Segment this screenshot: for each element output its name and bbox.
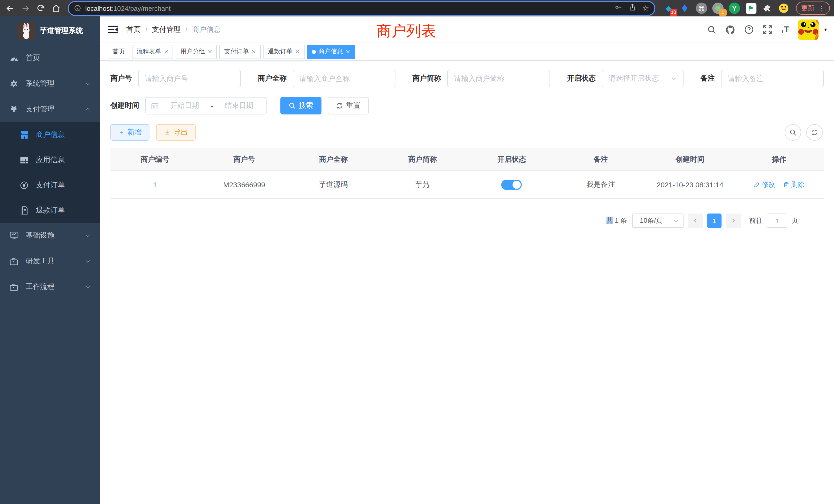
add-button[interactable]: ＋ 新增 (110, 124, 150, 141)
tab-merchant-info-active[interactable]: 商户信息 × (307, 44, 355, 59)
kebab-menu-icon[interactable]: ⋮ (818, 4, 825, 12)
font-size-icon[interactable]: тT (781, 25, 789, 34)
sidebar-item-payment[interactable]: ¥ 支付管理 (0, 96, 100, 122)
status-select[interactable]: 请选择开启状态 (602, 70, 683, 87)
sidebar-item-merchant-info[interactable]: 商户信息 (0, 122, 100, 147)
merchant-no-label: 商户号 (110, 74, 132, 83)
url-host: localhost (85, 4, 112, 12)
recorder-extension-icon[interactable]: 1 (712, 2, 724, 14)
tab-home[interactable]: 首页 (108, 44, 129, 59)
sidebar-item-app-info[interactable]: 应用信息 (0, 147, 100, 173)
delete-link[interactable]: 删除 (783, 180, 804, 189)
prev-page-button[interactable] (688, 213, 703, 228)
reset-button[interactable]: 重置 (328, 97, 369, 114)
browser-forward-icon[interactable] (18, 1, 33, 16)
share-icon[interactable] (628, 3, 636, 13)
cell-id: 1 (110, 171, 199, 198)
command-extension-icon[interactable]: ⌘ (695, 2, 708, 14)
goto-page-input[interactable] (767, 213, 787, 228)
table-toolbar: ＋ 新增 导出 (110, 124, 824, 141)
create-time-range-picker[interactable]: 开始日期 - 结束日期 (145, 97, 266, 114)
tab-pay-order[interactable]: 支付订单 × (220, 44, 261, 59)
sidebar-toggle-icon[interactable] (100, 17, 125, 43)
gem-extension-icon[interactable]: ◆ (679, 2, 691, 14)
extensions-puzzle-icon[interactable] (761, 2, 773, 14)
pencil-icon (754, 181, 760, 188)
toggle-search-button[interactable] (785, 124, 801, 141)
password-key-icon[interactable] (614, 3, 622, 13)
page-size-select[interactable]: 10条/页 (632, 213, 683, 228)
sidebar-item-refund-order[interactable]: 退款订单 (0, 198, 100, 223)
url-text: localhost:1024/pay/merchant (85, 4, 610, 12)
translate-extension-icon[interactable]: ◆ 10 (662, 2, 675, 14)
browser-update-menu[interactable]: 更新 ⋮ (796, 2, 830, 15)
bookmark-star-icon[interactable]: ☆ (642, 4, 649, 13)
refresh-table-button[interactable] (806, 124, 823, 141)
fullscreen-icon[interactable] (763, 25, 772, 35)
sidebar-item-system[interactable]: 系统管理 (0, 71, 100, 96)
sidebar-item-workflow[interactable]: 工作流程 (0, 274, 100, 300)
pagination-total: 共 1 条 (606, 216, 627, 225)
remark-input[interactable] (721, 70, 824, 87)
dashboard-icon (9, 54, 19, 62)
sidebar-item-infrastructure[interactable]: 基础设施 (0, 223, 100, 248)
status-toggle-on[interactable] (502, 179, 522, 190)
breadcrumb-current: 商户信息 (192, 25, 221, 34)
filter-form-row-2: 创建时间 开始日期 - 结束日期 搜索 重置 (110, 97, 824, 114)
close-icon[interactable]: × (164, 48, 169, 55)
export-button[interactable]: 导出 (156, 124, 196, 141)
screenshot-stage: localhost:1024/pay/merchant ☆ ◆ 10 ◆ ⌘ (0, 0, 834, 504)
browser-home-icon[interactable] (48, 1, 64, 16)
date-start-placeholder: 开始日期 (163, 101, 206, 110)
full-name-input[interactable] (293, 70, 395, 87)
cell-merchant-no: M233666999 (199, 171, 289, 198)
user-avatar[interactable] (798, 19, 818, 40)
goto-label: 前往 (749, 216, 763, 225)
sidebar-menu: 首页 系统管理 ¥ 支付管理 (0, 45, 100, 300)
grid-icon (20, 156, 29, 163)
close-icon[interactable]: × (207, 48, 212, 55)
chevron-left-icon (692, 217, 698, 224)
chevron-down-icon (85, 81, 91, 87)
breadcrumb: 首页 / 支付管理 / 商户信息 (126, 25, 221, 34)
merchant-no-input[interactable] (138, 70, 241, 87)
plus-icon: ＋ (118, 128, 124, 137)
github-icon[interactable] (725, 24, 736, 35)
sidebar-logo-row[interactable]: 芋道管理系统 (0, 17, 100, 45)
short-name-input[interactable] (447, 70, 550, 87)
breadcrumb-payment[interactable]: 支付管理 (152, 25, 181, 34)
close-icon[interactable]: × (295, 48, 300, 55)
browser-back-icon[interactable] (2, 1, 18, 16)
tab-refund-order[interactable]: 退款订单 × (263, 44, 304, 59)
site-info-icon[interactable] (74, 5, 81, 12)
avatar-dropdown-caret-icon[interactable]: ▾ (824, 27, 827, 32)
app-logo-rabbit (17, 22, 35, 40)
chevron-up-icon (85, 106, 91, 112)
y-extension-icon[interactable]: Y (728, 2, 741, 14)
sidebar-item-home[interactable]: 首页 (0, 45, 100, 71)
flag-extension-icon[interactable]: ⚑ (745, 2, 757, 14)
extension-badge: 1 (719, 9, 727, 16)
tab-process-form[interactable]: 流程表单 × (132, 44, 173, 59)
search-button[interactable]: 搜索 (280, 97, 322, 114)
header-search-icon[interactable] (707, 25, 717, 34)
close-icon[interactable]: × (346, 48, 350, 55)
next-page-button[interactable] (726, 213, 741, 228)
download-icon (164, 129, 171, 136)
refresh-icon (811, 129, 818, 136)
page-number-current[interactable]: 1 (707, 213, 722, 228)
help-icon[interactable] (744, 25, 754, 35)
create-time-label: 创建时间 (110, 101, 139, 110)
cell-remark: 我是备注 (556, 171, 645, 198)
breadcrumb-home[interactable]: 首页 (126, 25, 141, 34)
yen-icon: ¥ (9, 105, 19, 113)
browser-reload-icon[interactable] (33, 1, 48, 16)
close-icon[interactable]: × (251, 48, 256, 55)
sidebar-item-pay-order[interactable]: 支付订单 (0, 173, 100, 198)
status-label: 开启状态 (567, 74, 596, 83)
sidebar-item-dev-tools[interactable]: 研发工具 (0, 248, 100, 274)
address-bar[interactable]: localhost:1024/pay/merchant ☆ (68, 1, 655, 16)
emoji-extension-icon[interactable] (777, 2, 790, 14)
edit-link[interactable]: 修改 (754, 180, 775, 189)
tab-user-group[interactable]: 用户分组 × (176, 44, 217, 59)
